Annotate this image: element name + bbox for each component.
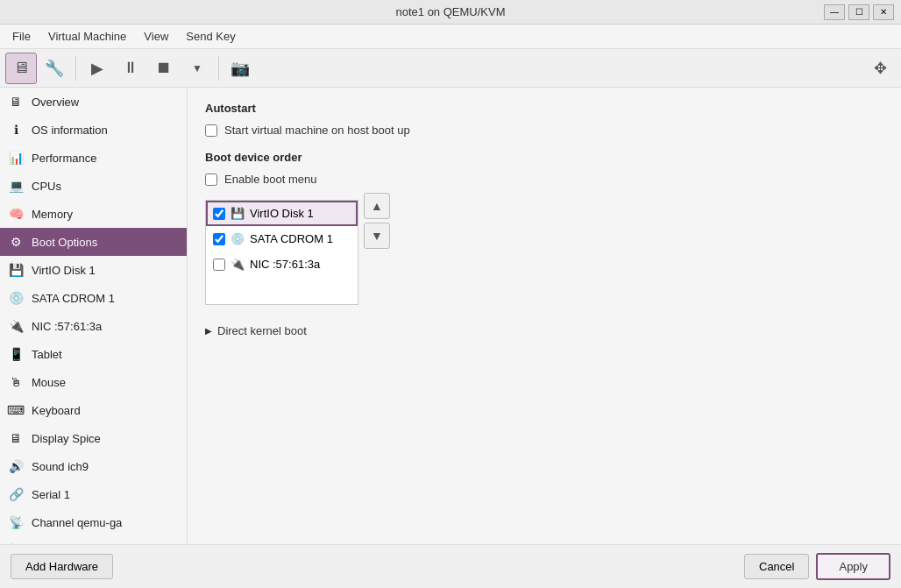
keyboard-icon: ⌨ xyxy=(7,401,25,419)
settings-button[interactable]: 🔧 xyxy=(39,53,70,84)
main-layout: 🖥 Overview ℹ OS information 📊 Performanc… xyxy=(0,88,901,544)
os-info-icon: ℹ xyxy=(7,121,25,138)
sidebar-label-tablet: Tablet xyxy=(32,348,62,361)
menu-view[interactable]: View xyxy=(135,26,177,46)
sidebar-item-sound-ich9[interactable]: 🔊 Sound ich9 xyxy=(0,452,187,480)
boot-item-virtio-disk-label: VirtIO Disk 1 xyxy=(250,207,314,220)
boot-order-controls: ▲ ▼ xyxy=(364,193,390,249)
boot-order-list: 💾 VirtIO Disk 1 💿 SATA CDROM 1 🔌 NIC :57… xyxy=(205,200,358,305)
direct-kernel-label: Direct kernel boot xyxy=(217,324,307,337)
sidebar-label-cpus: CPUs xyxy=(32,180,61,193)
virtio-disk-boot-icon: 💾 xyxy=(231,207,245,220)
sidebar-label-overview: Overview xyxy=(32,96,79,109)
boot-item-nic-label: NIC :57:61:3a xyxy=(250,258,320,271)
collapsible-arrow-icon: ▶ xyxy=(205,326,212,336)
autostart-label: Start virtual machine on host boot up xyxy=(224,124,410,137)
boot-device-section-title: Boot device order xyxy=(205,151,883,164)
menu-send-key[interactable]: Send Key xyxy=(177,26,244,46)
cpus-icon: 💻 xyxy=(7,177,25,195)
sidebar-label-performance: Performance xyxy=(32,152,96,165)
sidebar-item-performance[interactable]: 📊 Performance xyxy=(0,144,187,172)
close-button[interactable]: ✕ xyxy=(873,4,894,20)
sidebar-label-keyboard: Keyboard xyxy=(32,404,81,417)
enable-boot-menu-checkbox[interactable] xyxy=(205,174,217,186)
move-icon[interactable]: ✥ xyxy=(864,53,896,84)
virtio-disk-icon: 💾 xyxy=(7,261,25,279)
boot-item-sata-cdrom[interactable]: 💿 SATA CDROM 1 xyxy=(206,226,358,251)
sidebar-label-display-spice: Display Spice xyxy=(32,432,101,445)
apply-button[interactable]: Apply xyxy=(816,553,890,580)
sidebar-label-channel-spice: Channel spice xyxy=(32,544,103,545)
play-button[interactable]: ▶ xyxy=(82,53,113,84)
sidebar-item-nic[interactable]: 🔌 NIC :57:61:3a xyxy=(0,312,187,340)
sidebar-label-memory: Memory xyxy=(32,208,73,221)
sidebar-item-serial-1[interactable]: 🔗 Serial 1 xyxy=(0,480,187,508)
direct-kernel-section: ▶ Direct kernel boot xyxy=(205,321,883,341)
sidebar-label-sata-cdrom-1: SATA CDROM 1 xyxy=(32,292,115,305)
boot-item-virtio-disk-checkbox[interactable] xyxy=(213,208,225,220)
enable-boot-menu-label: Enable boot menu xyxy=(224,173,317,186)
titlebar-controls: — ☐ ✕ xyxy=(824,4,894,20)
sidebar-item-virtio-disk-1[interactable]: 💾 VirtIO Disk 1 xyxy=(0,256,187,284)
memory-icon: 🧠 xyxy=(7,205,25,223)
boot-item-nic[interactable]: 🔌 NIC :57:61:3a xyxy=(206,251,358,277)
minimize-button[interactable]: — xyxy=(824,4,845,20)
sidebar-item-mouse[interactable]: 🖱 Mouse xyxy=(0,368,187,396)
sidebar-label-os-information: OS information xyxy=(32,124,108,137)
content-area: Autostart Start virtual machine on host … xyxy=(188,88,901,544)
sidebar-item-cpus[interactable]: 💻 CPUs xyxy=(0,172,187,200)
sidebar-item-display-spice[interactable]: 🖥 Display Spice xyxy=(0,424,187,452)
autostart-checkbox[interactable] xyxy=(205,124,217,137)
sidebar-item-os-information[interactable]: ℹ OS information xyxy=(0,116,187,144)
sidebar-item-overview[interactable]: 🖥 Overview xyxy=(0,88,187,116)
sidebar-item-channel-qemu-ga[interactable]: 📡 Channel qemu-ga xyxy=(0,508,187,536)
sidebar-item-channel-spice[interactable]: 📡 Channel spice xyxy=(0,536,187,544)
display-spice-icon: 🖥 xyxy=(7,429,25,447)
boot-options-icon: ⚙ xyxy=(7,233,25,251)
boot-item-nic-checkbox[interactable] xyxy=(213,259,225,271)
sidebar-item-tablet[interactable]: 📱 Tablet xyxy=(0,340,187,368)
pause-button[interactable]: ⏸ xyxy=(115,53,146,84)
toolbar-separator-1 xyxy=(75,56,76,81)
sidebar-label-serial-1: Serial 1 xyxy=(32,488,70,501)
nic-boot-icon: 🔌 xyxy=(231,258,245,271)
sidebar-label-virtio-disk-1: VirtIO Disk 1 xyxy=(32,264,96,277)
sidebar-item-memory[interactable]: 🧠 Memory xyxy=(0,200,187,228)
boot-item-virtio-disk[interactable]: 💾 VirtIO Disk 1 xyxy=(206,201,358,226)
nic-icon: 🔌 xyxy=(7,317,25,335)
sidebar-label-mouse: Mouse xyxy=(32,376,66,389)
sidebar: 🖥 Overview ℹ OS information 📊 Performanc… xyxy=(0,88,188,544)
boot-item-sata-cdrom-checkbox[interactable] xyxy=(213,233,225,245)
sidebar-item-keyboard[interactable]: ⌨ Keyboard xyxy=(0,396,187,424)
enable-boot-menu-row: Enable boot menu xyxy=(205,173,883,186)
dropdown-button[interactable]: ▼ xyxy=(181,53,213,84)
toolbar-separator-2 xyxy=(218,56,219,81)
bottom-right-buttons: Cancel Apply xyxy=(744,553,890,580)
direct-kernel-header[interactable]: ▶ Direct kernel boot xyxy=(205,321,883,341)
mouse-icon: 🖱 xyxy=(7,373,25,391)
cancel-button[interactable]: Cancel xyxy=(744,554,809,579)
sidebar-label-boot-options: Boot Options xyxy=(32,236,97,249)
bottombar: Add Hardware Cancel Apply xyxy=(0,544,901,588)
boot-item-sata-cdrom-label: SATA CDROM 1 xyxy=(250,232,333,245)
monitor-button[interactable]: 🖥 xyxy=(5,53,37,84)
screenshot-button[interactable]: 📷 xyxy=(224,53,256,84)
sidebar-item-sata-cdrom-1[interactable]: 💿 SATA CDROM 1 xyxy=(0,284,187,312)
overview-icon: 🖥 xyxy=(7,93,25,110)
autostart-section-title: Autostart xyxy=(205,102,883,115)
sidebar-label-channel-qemu-ga: Channel qemu-ga xyxy=(32,516,122,529)
stop-button[interactable]: ⏹ xyxy=(148,53,180,84)
maximize-button[interactable]: ☐ xyxy=(848,4,869,20)
autostart-row: Start virtual machine on host boot up xyxy=(205,124,883,137)
boot-order-row: 💾 VirtIO Disk 1 💿 SATA CDROM 1 🔌 NIC :57… xyxy=(205,193,883,305)
boot-order-up-button[interactable]: ▲ xyxy=(364,193,390,219)
boot-order-down-button[interactable]: ▼ xyxy=(364,223,390,249)
menu-file[interactable]: File xyxy=(4,26,39,46)
titlebar-title: note1 on QEMU/KVM xyxy=(77,5,824,18)
sidebar-label-sound-ich9: Sound ich9 xyxy=(32,460,89,473)
menubar: File Virtual Machine View Send Key xyxy=(0,25,901,49)
sidebar-item-boot-options[interactable]: ⚙ Boot Options xyxy=(0,228,187,256)
performance-icon: 📊 xyxy=(7,149,25,166)
add-hardware-button[interactable]: Add Hardware xyxy=(11,554,113,579)
menu-virtual-machine[interactable]: Virtual Machine xyxy=(39,26,135,46)
